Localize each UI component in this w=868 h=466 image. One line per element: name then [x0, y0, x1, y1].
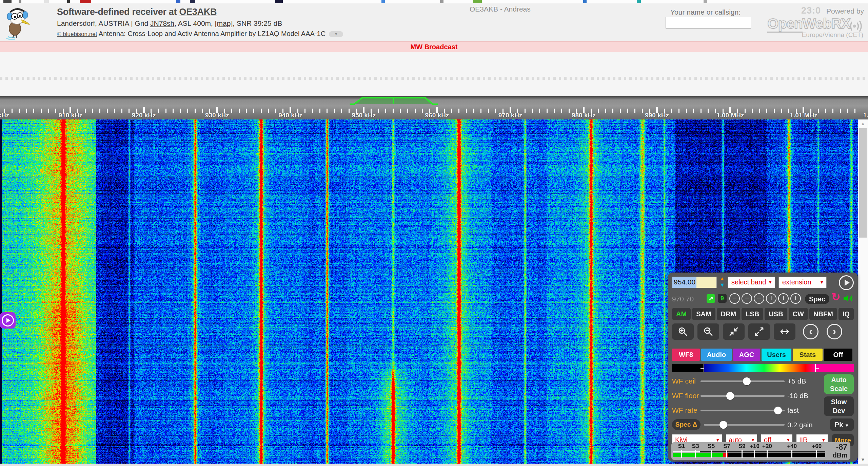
- passband-outline: [350, 98, 438, 104]
- map-link[interactable]: [map]: [215, 19, 233, 27]
- tab-users[interactable]: Users: [762, 349, 791, 361]
- smeter-scale-label: +60: [811, 443, 822, 450]
- scale-tick: [634, 109, 635, 113]
- zoom-minus-button[interactable]: −: [754, 293, 764, 304]
- frequency-down-icon[interactable]: ▼: [718, 282, 726, 288]
- receiver-callsign-link[interactable]: OE3AKB: [179, 7, 217, 17]
- header: Software-defined receiver at OE3AKB Land…: [0, 3, 868, 41]
- smeter-signal-bar: [673, 453, 723, 457]
- tab-wf8[interactable]: WF8: [672, 349, 700, 361]
- zoom-to-passband-button[interactable]: [723, 323, 745, 340]
- frequency-link-icon[interactable]: ↗: [707, 294, 715, 303]
- scale-tick: [393, 109, 394, 113]
- scale-tick: [385, 109, 386, 113]
- tab-audio[interactable]: Audio: [701, 349, 732, 361]
- mode-button-drm[interactable]: DRM: [717, 308, 741, 320]
- last-frequency-link[interactable]: 970.70: [672, 295, 694, 303]
- open-control-panel-tab[interactable]: [0, 312, 16, 329]
- spec-button[interactable]: Spec: [805, 294, 829, 304]
- slow-dev-button[interactable]: SlowDev: [824, 396, 854, 416]
- zoom-to-band-button[interactable]: [774, 323, 795, 340]
- scrollbar-up-icon[interactable]: ▲: [858, 121, 868, 126]
- scale-tick: [678, 109, 679, 113]
- waterfall-colormap-bar[interactable]: [672, 364, 854, 372]
- slider-thumb-wf_ceil[interactable]: [743, 377, 751, 385]
- tab-agc[interactable]: AGC: [733, 349, 760, 361]
- scale-frequency-label: 970 kHz: [490, 112, 531, 119]
- frequency-input[interactable]: 954.00: [672, 277, 717, 288]
- callsign-label: Your name or callsign:: [670, 8, 741, 16]
- scrollbar-thumb[interactable]: [859, 128, 867, 238]
- mode-button-usb[interactable]: USB: [765, 308, 787, 320]
- shift-left-button[interactable]: ‹: [803, 324, 818, 339]
- mode-button-iq[interactable]: IQ: [839, 308, 854, 320]
- smeter-tick: [726, 450, 727, 458]
- mode-button-nbfm[interactable]: NBFM: [809, 308, 837, 320]
- receiver-location-line: Landersdorf, AUSTRIA | Grid JN78sh, ASL …: [57, 19, 282, 27]
- slider-track-wf_floor[interactable]: [701, 395, 785, 397]
- smeter-tick: [742, 450, 743, 458]
- smeter-scale-label: S9: [736, 443, 747, 450]
- smeter-tick: [767, 450, 768, 458]
- chevron-left-icon: ‹: [809, 325, 812, 337]
- smeter-tick: [695, 450, 696, 458]
- arrows-diverge-icon: [754, 326, 765, 337]
- zoom-in-button[interactable]: [672, 323, 694, 340]
- scale-tick: [173, 109, 174, 113]
- speaker-icon[interactable]: [843, 294, 854, 303]
- passband-fill: [354, 98, 433, 104]
- spectrum-dash-row: [0, 77, 868, 80]
- slider-thumb-wf_rate[interactable]: [774, 407, 782, 414]
- colormap-floor-marker[interactable]: [704, 364, 704, 372]
- scale-tick: [766, 109, 767, 113]
- mode-button-am[interactable]: AM: [672, 308, 691, 320]
- slow-dev-label: Slow: [824, 397, 854, 406]
- zoom-out-max-button[interactable]: [748, 323, 770, 340]
- frequency-scale[interactable]: 900 kHz910 kHz920 kHz930 kHz940 kHz950 k…: [0, 96, 868, 119]
- scrollbar-down-icon[interactable]: ▼: [858, 457, 868, 462]
- callsign-input[interactable]: [666, 17, 751, 29]
- slider-track-wf_ceil[interactable]: [701, 380, 785, 382]
- audio-start-button[interactable]: [839, 275, 854, 290]
- frequency-up-icon[interactable]: ▲: [718, 275, 726, 282]
- tab-off[interactable]: Off: [824, 349, 852, 361]
- zoom-plus-button[interactable]: +: [790, 293, 801, 304]
- spec-delta-button[interactable]: Spec Δ: [672, 419, 701, 430]
- grid-locator-link[interactable]: JN78sh: [150, 19, 174, 27]
- mode-button-lsb[interactable]: LSB: [742, 308, 763, 320]
- mode-button-cw[interactable]: CW: [789, 308, 808, 320]
- zoom-minus-button[interactable]: −: [729, 293, 740, 304]
- scale-tick: [774, 109, 775, 113]
- tab-stats[interactable]: Stats: [793, 349, 823, 361]
- zoom-plus-button[interactable]: +: [778, 293, 789, 304]
- spec-gain-thumb[interactable]: [719, 421, 727, 429]
- zoom-out-button[interactable]: [697, 323, 719, 340]
- scale-tick: [752, 109, 753, 113]
- header-expand-button[interactable]: ▼: [329, 31, 343, 37]
- spec-gain-slider[interactable]: [704, 424, 785, 426]
- magnifier-minus-icon: [703, 326, 714, 337]
- smeter-scale-label: S7: [722, 443, 732, 450]
- band-select[interactable]: select band▼: [728, 277, 775, 288]
- location-text: Landersdorf, AUSTRIA | Grid: [57, 19, 150, 27]
- shift-right-button[interactable]: ›: [827, 324, 842, 339]
- extension-select[interactable]: extension▼: [778, 277, 827, 288]
- mode-button-sam[interactable]: SAM: [692, 308, 715, 320]
- zoom-plus-button[interactable]: +: [766, 293, 776, 304]
- smeter-dbm-value: -87: [836, 443, 847, 452]
- slider-thumb-wf_floor[interactable]: [726, 392, 734, 400]
- bluebison-credit-link[interactable]: © bluebison.net: [57, 31, 97, 37]
- page-scrollbar[interactable]: ▲ ▼: [858, 119, 868, 464]
- scale-tick: [781, 109, 782, 113]
- smeter-scale-label: S3: [690, 443, 701, 450]
- zoom-minus-button[interactable]: −: [742, 293, 752, 304]
- frequency-value: 954.00: [672, 277, 696, 288]
- refresh-icon[interactable]: ↻: [831, 292, 841, 302]
- auto-scale-button[interactable]: AutoScale: [824, 374, 854, 394]
- slider-track-wf_rate[interactable]: [701, 410, 785, 411]
- peak-mode-button[interactable]: Pk▼: [830, 418, 854, 431]
- scale-tick: [26, 109, 27, 113]
- colormap-ceil-marker[interactable]: [815, 364, 816, 372]
- smeter-axis-line: [700, 451, 825, 452]
- scale-tick: [334, 109, 335, 113]
